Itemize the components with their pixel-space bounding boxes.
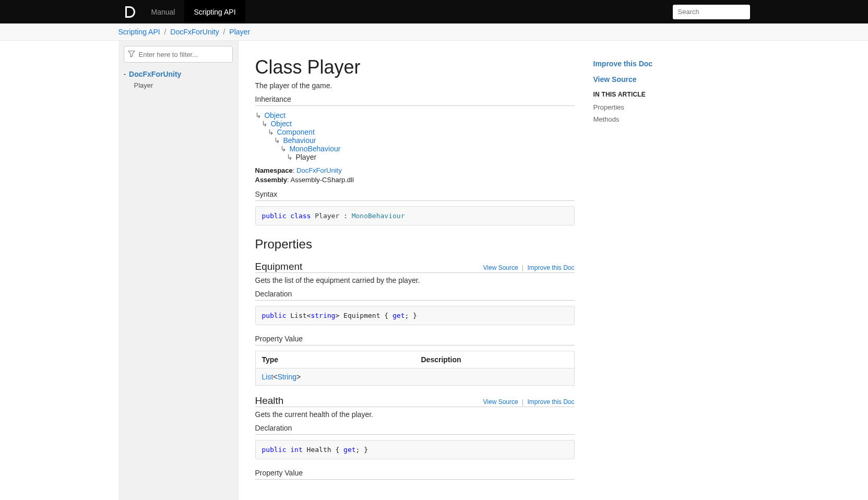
inheritance-arrow-icon: ↳ [280,145,287,153]
search-input[interactable] [673,5,750,19]
divider [255,300,575,301]
inheritance-level: ↳ MonoBehaviour [255,145,575,153]
divider [255,345,575,346]
sidebar: - DocFxForUnity Player [118,41,239,500]
top-header: Manual Scripting API [0,0,868,23]
tab-manual[interactable]: Manual [142,0,185,23]
property-desc-equipment: Gets the list of the equipment carried b… [255,276,575,284]
syntax-label: Syntax [255,190,575,198]
pipe-sep: | [522,264,524,271]
inheritance-arrow-icon: ↳ [274,136,280,145]
page-title: Class Player [255,56,575,78]
syntax-code: public class Player : MonoBehaviour [255,206,575,225]
inheritance-link-monobehaviour[interactable]: MonoBehaviour [289,145,340,153]
header-inner: Manual Scripting API [118,0,750,23]
property-value-label: Property Value [255,335,575,343]
property-name-equipment: Equipment [255,261,483,272]
property-header-health: Health View Source | Improve this Doc [255,395,575,407]
th-description: Description [415,351,575,368]
equipment-decl-code: public List<string> Equipment { get; } [255,306,575,325]
assembly-line: Assembly: Assembly-CSharp.dll [255,176,575,184]
layout-container: - DocFxForUnity Player Class Player The … [118,41,750,500]
page-summary: The player of the game. [255,81,575,90]
inheritance-arrow-icon: ↳ [261,120,268,128]
divider [255,479,575,480]
breadcrumb: Scripting API / DocFxForUnity / Player [118,23,750,40]
inheritance-current: Player [295,153,316,161]
property-name-health: Health [255,395,483,407]
property-value-label: Property Value [255,469,575,477]
health-decl-code: public int Health { get; } [255,440,575,459]
inheritance-link-behaviour[interactable]: Behaviour [283,136,316,145]
type-link-list[interactable]: List [262,373,274,381]
assembly-label: Assembly [255,176,287,184]
article: Class Player The player of the game. Inh… [255,56,575,485]
breadcrumb-item-player[interactable]: Player [229,28,250,36]
toc-collapse-icon[interactable]: - [124,70,126,78]
affix-item-methods[interactable]: Methods [593,115,685,123]
divider [255,434,575,435]
td-description [415,368,575,386]
inheritance-link-object2[interactable]: Object [270,120,291,128]
property-desc-health: Gets the current health of the player. [255,410,575,419]
toc-root: - DocFxForUnity Player [124,70,233,90]
tab-scripting-api[interactable]: Scripting API [184,0,245,23]
in-this-article-heading: IN THIS ARTICLE [593,91,685,98]
namespace-label: Namespace [255,166,293,174]
logo[interactable] [118,5,142,19]
divider [255,105,575,106]
affix-item-properties[interactable]: Properties [593,103,685,111]
breadcrumb-bar: Scripting API / DocFxForUnity / Player [0,23,868,41]
th-type: Type [255,351,415,368]
improve-doc-action[interactable]: Improve this Doc [593,59,685,68]
search-box [673,5,750,19]
right-sidebar: Improve this Doc View Source IN THIS ART… [593,56,685,485]
properties-heading: Properties [255,237,575,252]
inheritance-level: ↳ Component [255,128,575,136]
assembly-value: Assembly-CSharp.dll [290,176,353,184]
inheritance-tree: ↳ Object ↳ Object ↳ Component ↳ Behaviou… [255,111,575,161]
main: Class Player The player of the game. Inh… [239,41,750,500]
inheritance-arrow-icon: ↳ [255,111,261,120]
td-type: List<String> [255,368,415,386]
namespace-line: Namespace: DocFxForUnity [255,166,575,174]
filter-box [124,46,233,63]
improve-doc-link[interactable]: Improve this Doc [527,398,574,406]
inheritance-level: ↳ Object [255,111,575,120]
view-source-link[interactable]: View Source [483,398,518,406]
type-link-string[interactable]: String [277,373,296,381]
inheritance-level: ↳ Player [255,153,575,161]
nav-tabs: Manual Scripting API [142,0,245,23]
inheritance-level: ↳ Behaviour [255,136,575,145]
view-source-link[interactable]: View Source [483,264,518,271]
declaration-label: Declaration [255,424,575,432]
inheritance-arrow-icon: ↳ [268,128,274,136]
breadcrumb-sep: / [223,28,225,36]
divider [255,200,575,201]
breadcrumb-item-scripting-api[interactable]: Scripting API [118,28,160,36]
inheritance-link-component[interactable]: Component [277,128,314,136]
toc-root-link[interactable]: DocFxForUnity [129,70,181,78]
inheritance-link-object[interactable]: Object [264,111,285,120]
equipment-value-table: Type Description List<String> [255,351,575,386]
toc-children: Player [124,80,233,90]
property-links: View Source | Improve this Doc [483,264,575,271]
inheritance-label: Inheritance [255,95,575,103]
improve-doc-link[interactable]: Improve this Doc [527,264,574,271]
inheritance-level: ↳ Object [255,120,575,128]
namespace-link[interactable]: DocFxForUnity [296,166,342,174]
declaration-label: Declaration [255,290,575,298]
logo-d-icon [123,5,137,19]
breadcrumb-item-docfx[interactable]: DocFxForUnity [170,28,219,36]
inheritance-arrow-icon: ↳ [287,153,293,161]
property-links: View Source | Improve this Doc [483,398,575,406]
table-row: List<String> [255,368,574,386]
toc-item-player[interactable]: Player [134,80,233,90]
view-source-action[interactable]: View Source [593,75,685,84]
property-header-equipment: Equipment View Source | Improve this Doc [255,261,575,273]
filter-icon [128,50,135,59]
filter-input[interactable] [124,46,233,63]
breadcrumb-sep: / [164,28,167,36]
pipe-sep: | [522,398,524,406]
